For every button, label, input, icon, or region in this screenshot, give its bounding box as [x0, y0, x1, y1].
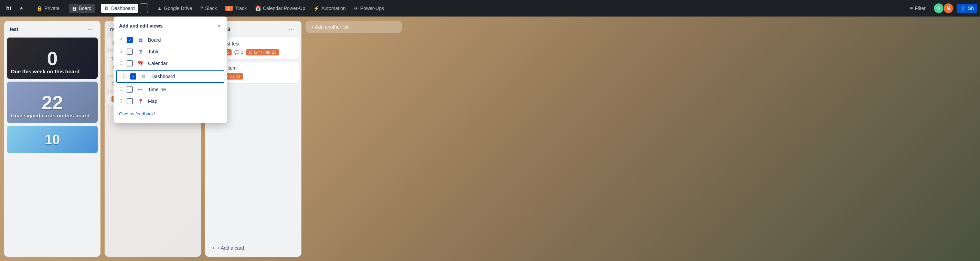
separator [30, 4, 30, 13]
track-button[interactable]: 27 Track [221, 4, 250, 13]
dashboard-card-unassigned[interactable]: 22 Unassigned cards on this board [7, 81, 98, 123]
column-megha3-menu-button[interactable]: ··· [286, 25, 296, 33]
plus-icon: + [212, 245, 215, 251]
private-button[interactable]: 🔒 Private [33, 4, 63, 13]
calendar-check [127, 60, 133, 67]
card-checklist-badge: ☑ 0/4 • Feb 23 [246, 49, 279, 56]
board-check: ✓ [127, 37, 133, 43]
column-test-cards: 0 Due this week on this board 22 Unassig… [4, 36, 100, 257]
view-dropdown: Add and edit views × ⠿ ✓ ▦ Board ⠿ ⊞ Tab… [113, 16, 227, 123]
column-test-title: test [10, 27, 18, 32]
dashboard-button[interactable]: 🖥 Dashboard [101, 4, 138, 13]
dashboard-check: ✓ [130, 73, 136, 80]
feedback-link[interactable]: Give us feedback! [119, 111, 155, 116]
topbar-right: ≡ Filter G M 👤 Sh [907, 3, 977, 14]
dropdown-item-timeline-label: Timeline [148, 87, 221, 92]
drag-handle-icon: ⠿ [119, 99, 123, 104]
dropdown-item-dashboard-label: Dashboard [151, 74, 218, 79]
dashboard-card-other[interactable]: 10 [7, 126, 98, 153]
table-check [127, 49, 133, 55]
calendar-powerup-button[interactable]: 📅 Calendar Power-Up [251, 4, 309, 13]
dropdown-item-timeline[interactable]: ⠿ ⊷ Timeline [113, 84, 227, 95]
unassigned-count: 22 [41, 91, 63, 114]
google-drive-button[interactable]: ▲ Google Drive [154, 4, 196, 13]
add-card-area: + + Add a card [205, 240, 301, 257]
dropdown-item-board[interactable]: ⠿ ✓ ▦ Board [113, 34, 227, 46]
add-list-button[interactable]: + Add another list [305, 21, 402, 33]
topbar: hi ★ 🔒 Private ▦ Board 🖥 Dashboard ∨ ▲ G… [0, 0, 980, 16]
map-check [127, 98, 133, 104]
chevron-down-icon: ∨ [142, 5, 146, 11]
column-test-menu-button[interactable]: ··· [86, 25, 95, 33]
hi-button[interactable]: hi [3, 3, 14, 13]
avatar[interactable]: M [943, 3, 954, 14]
lock-icon: 🔒 [37, 5, 42, 11]
google-drive-icon: ▲ [157, 5, 162, 11]
dropdown-title: Add and edit views [119, 23, 163, 29]
share-button[interactable]: 👤 Sh [956, 4, 977, 13]
other-count: 10 [45, 132, 60, 147]
separator2 [66, 4, 66, 13]
dashboard-card-image: 0 Due this week on this board [7, 38, 98, 79]
dropdown-close-button[interactable]: × [216, 22, 221, 30]
automation-icon: ⚡ [313, 5, 319, 11]
checkmark-icon: ✓ [132, 74, 135, 79]
slack-icon: # [200, 5, 203, 11]
timeline-icon: ⊷ [137, 87, 144, 92]
dropdown-item-map[interactable]: ⠿ 📍 Map [113, 95, 227, 107]
column-test: test ··· 0 Due this week on this board 2… [4, 21, 100, 257]
dashboard-card-other-image: 10 [7, 126, 98, 153]
power-ups-icon: ✈ [354, 5, 358, 11]
filter-icon: ≡ [910, 5, 913, 11]
column-test-header: test ··· [4, 21, 100, 36]
drag-handle-icon: ⠿ [119, 87, 123, 92]
slack-button[interactable]: # Slack [197, 4, 220, 13]
dropdown-item-table[interactable]: ⠿ ⊞ Table [113, 46, 227, 57]
feedback-area: Give us feedback! [113, 107, 227, 120]
avatar-group: G M [933, 3, 954, 14]
card-comment-count: 💬 1 [234, 50, 243, 55]
dropdown-item-dashboard[interactable]: ⠿ ✓ 🖥 Dashboard [116, 70, 224, 83]
comment-icon: 💬 [234, 50, 240, 55]
calendar-icon: 📅 [137, 60, 144, 66]
due-week-count: 0 [47, 47, 57, 70]
checklist-badge-icon: ☑ [249, 50, 253, 55]
track-number-badge: 27 [225, 6, 232, 11]
map-icon: 📍 [137, 99, 144, 104]
separator3 [98, 4, 98, 13]
board-button[interactable]: ▦ Board [69, 4, 95, 13]
board-icon: ▦ [72, 5, 77, 11]
view-chevron-button[interactable]: ∨ [140, 3, 148, 13]
table-icon: ⊞ [137, 49, 144, 54]
calendar-icon: 📅 [255, 5, 261, 11]
dashboard-icon: 🖥 [104, 5, 109, 11]
dropdown-item-table-label: Table [148, 49, 221, 54]
drag-handle-icon: ⠿ [119, 37, 123, 43]
automation-button[interactable]: ⚡ Automation [310, 4, 349, 13]
dropdown-panel: Add and edit views × ⠿ ✓ ▦ Board ⠿ ⊞ Tab… [113, 16, 227, 123]
dashboard-card-unassigned-image: 22 Unassigned cards on this board [7, 81, 98, 123]
add-card-button[interactable]: + + Add a card [209, 243, 297, 253]
unassigned-label: Unassigned cards on this board [11, 112, 94, 119]
checkmark-icon: ✓ [128, 38, 132, 42]
power-ups-button[interactable]: ✈ Power-Ups [351, 4, 387, 13]
drag-handle-icon: ⠿ [123, 74, 126, 79]
separator4 [151, 4, 151, 13]
filter-button[interactable]: ≡ Filter [907, 4, 929, 13]
timeline-check [127, 86, 133, 92]
star-button[interactable]: ★ [16, 4, 27, 13]
board-icon: ▦ [137, 37, 144, 43]
drag-handle-icon: ⠿ [119, 49, 123, 54]
due-week-label: Due this week on this board [11, 68, 94, 75]
dashboard-icon: 🖥 [140, 74, 147, 79]
dropdown-item-calendar-label: Calendar [148, 60, 221, 66]
dropdown-item-calendar[interactable]: ⠿ 📅 Calendar [113, 57, 227, 69]
dashboard-card-due-this-week[interactable]: 0 Due this week on this board [7, 38, 98, 79]
dropdown-item-map-label: Map [148, 99, 221, 104]
share-icon: 👤 [960, 5, 966, 11]
dropdown-header: Add and edit views × [113, 19, 227, 34]
drag-handle-icon: ⠿ [119, 60, 123, 66]
star-icon: ★ [19, 5, 24, 11]
dropdown-item-board-label: Board [148, 37, 221, 43]
